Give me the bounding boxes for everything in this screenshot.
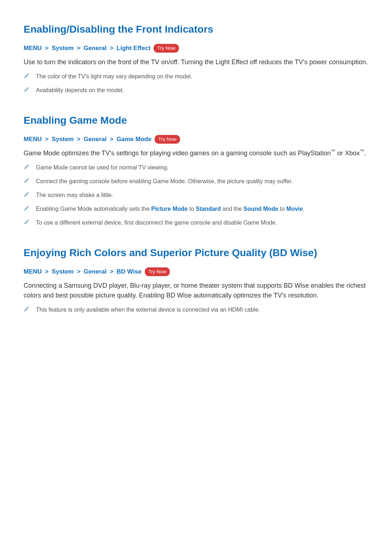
doc-section: Enabling/Disabling the Front IndicatorsM…	[24, 22, 368, 95]
try-now-button[interactable]: Try Now	[145, 267, 170, 276]
breadcrumb-item[interactable]: Game Mode	[117, 136, 151, 143]
breadcrumb-item[interactable]: Light Effect	[117, 45, 151, 52]
try-now-button[interactable]: Try Now	[154, 44, 179, 53]
breadcrumb: MENU > System > General > Light Effect T…	[24, 44, 368, 53]
pencil-icon	[24, 205, 29, 211]
pencil-icon	[24, 192, 29, 197]
note-item: Connect the gaming console before enabli…	[24, 177, 368, 186]
breadcrumb-item[interactable]: MENU	[24, 268, 42, 275]
chevron-right-icon: >	[108, 268, 115, 275]
inline-term: Standard	[196, 206, 221, 212]
section-body: Use to turn the indicators on the front …	[24, 57, 368, 67]
chevron-right-icon: >	[108, 45, 115, 52]
inline-term: Picture Mode	[151, 206, 188, 212]
inline-term: Movie	[286, 206, 303, 212]
breadcrumb-item[interactable]: System	[52, 268, 73, 275]
note-item: To use a different external device, firs…	[24, 218, 368, 227]
chevron-right-icon: >	[75, 268, 82, 275]
pencil-icon	[24, 73, 29, 79]
section-title: Enabling/Disabling the Front Indicators	[24, 22, 368, 37]
note-item: Enabling Game Mode automatically sets th…	[24, 205, 368, 213]
section-body: Game Mode optimizes the TV's settings fo…	[24, 148, 368, 158]
section-title: Enjoying Rich Colors and Superior Pictur…	[24, 245, 368, 260]
breadcrumb-item[interactable]: General	[83, 136, 106, 143]
note-list: Game Mode cannot be used for normal TV v…	[24, 163, 368, 227]
breadcrumb-item[interactable]: BD Wise	[117, 268, 142, 275]
pencil-icon	[24, 306, 29, 312]
pencil-icon	[24, 164, 29, 170]
try-now-button[interactable]: Try Now	[155, 135, 180, 144]
pencil-icon	[24, 87, 29, 93]
inline-term: Sound Mode	[244, 206, 278, 212]
chevron-right-icon: >	[108, 136, 115, 143]
pencil-icon	[24, 178, 29, 184]
doc-section: Enabling Game ModeMENU > System > Genera…	[24, 113, 368, 227]
note-list: The color of the TV's light may vary dep…	[24, 72, 368, 95]
breadcrumb: MENU > System > General > Game Mode Try …	[24, 135, 368, 144]
note-item: This feature is only available when the …	[24, 305, 368, 314]
breadcrumb-item[interactable]: MENU	[24, 136, 42, 143]
breadcrumb-item[interactable]: General	[83, 268, 106, 275]
breadcrumb-item[interactable]: System	[52, 136, 73, 143]
breadcrumb-item[interactable]: MENU	[24, 45, 42, 52]
note-list: This feature is only available when the …	[24, 305, 368, 314]
breadcrumb-item[interactable]: General	[83, 45, 106, 52]
chevron-right-icon: >	[44, 268, 50, 275]
doc-section: Enjoying Rich Colors and Superior Pictur…	[24, 245, 368, 314]
note-item: Game Mode cannot be used for normal TV v…	[24, 163, 368, 172]
breadcrumb: MENU > System > General > BD Wise Try No…	[24, 267, 368, 276]
chevron-right-icon: >	[75, 45, 82, 52]
note-item: Availability depends on the model.	[24, 86, 368, 95]
note-item: The screen may shake a little.	[24, 191, 368, 200]
chevron-right-icon: >	[44, 45, 50, 52]
chevron-right-icon: >	[75, 136, 82, 143]
breadcrumb-item[interactable]: System	[52, 45, 73, 52]
section-title: Enabling Game Mode	[24, 113, 368, 128]
pencil-icon	[24, 219, 29, 225]
note-item: The color of the TV's light may vary dep…	[24, 72, 368, 81]
chevron-right-icon: >	[44, 136, 50, 143]
section-body: Connecting a Samsung DVD player, Blu-ray…	[24, 281, 368, 300]
